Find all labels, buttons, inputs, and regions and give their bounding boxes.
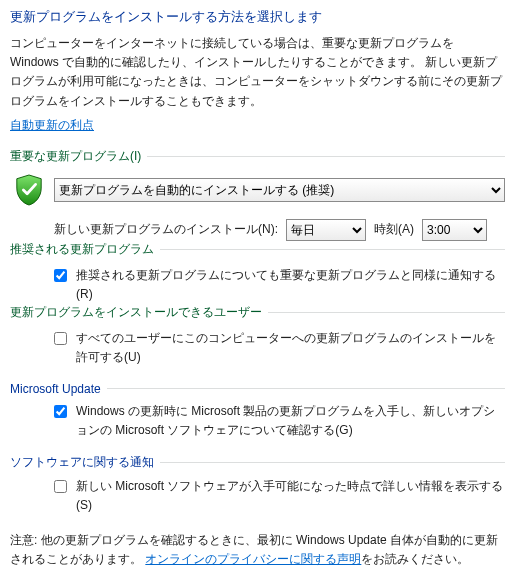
section-microsoft-update: Microsoft Update [10,382,505,396]
section-msupdate-label: Microsoft Update [10,382,101,396]
install-time-select[interactable]: 3:00 [422,219,487,241]
software-notification-checkbox-label: 新しい Microsoft ソフトウェアが入手可能になった時点で詳しい情報を表示… [76,477,505,515]
recommended-updates-checkbox[interactable] [54,269,67,282]
microsoft-update-checkbox[interactable] [54,405,67,418]
divider [160,249,505,250]
all-users-install-checkbox[interactable] [54,332,67,345]
privacy-statement-link[interactable]: オンラインのプライバシーに関する声明 [145,552,361,566]
shield-icon [14,173,44,207]
all-users-install-checkbox-label: すべてのユーザーにこのコンピューターへの更新プログラムのインストールを許可する(… [76,329,505,367]
section-recommended-updates: 推奨される更新プログラム [10,241,505,258]
install-time-label: 時刻(A) [374,221,414,238]
divider [107,388,505,389]
section-who-label: 更新プログラムをインストールできるユーザー [10,304,262,321]
section-who-can-install: 更新プログラムをインストールできるユーザー [10,304,505,321]
section-software-notifications: ソフトウェアに関する通知 [10,454,505,471]
auto-update-benefits-link[interactable]: 自動更新の利点 [10,118,94,132]
section-important-updates: 重要な更新プログラム(I) [10,148,505,165]
footer-note-suffix: をお読みください。 [361,552,469,566]
recommended-updates-checkbox-label: 推奨される更新プログラムについても重要な更新プログラムと同様に通知する(R) [76,266,505,304]
section-important-label: 重要な更新プログラム(I) [10,148,141,165]
footer-note: 注意: 他の更新プログラムを確認するときに、最初に Windows Update… [10,531,505,569]
software-notification-checkbox[interactable] [54,480,67,493]
install-frequency-select[interactable]: 毎日 [286,219,366,241]
section-recommended-label: 推奨される更新プログラム [10,241,154,258]
divider [268,312,505,313]
divider [160,462,505,463]
microsoft-update-checkbox-label: Windows の更新時に Microsoft 製品の更新プログラムを入手し、新… [76,402,505,440]
install-schedule-label: 新しい更新プログラムのインストール(N): [54,221,278,238]
page-title: 更新プログラムをインストールする方法を選択します [10,8,505,26]
divider [147,156,505,157]
section-software-notif-label: ソフトウェアに関する通知 [10,454,154,471]
important-updates-select[interactable]: 更新プログラムを自動的にインストールする (推奨) [54,178,505,202]
page-description: コンピューターをインターネットに接続している場合は、重要な更新プログラムを Wi… [10,34,505,111]
